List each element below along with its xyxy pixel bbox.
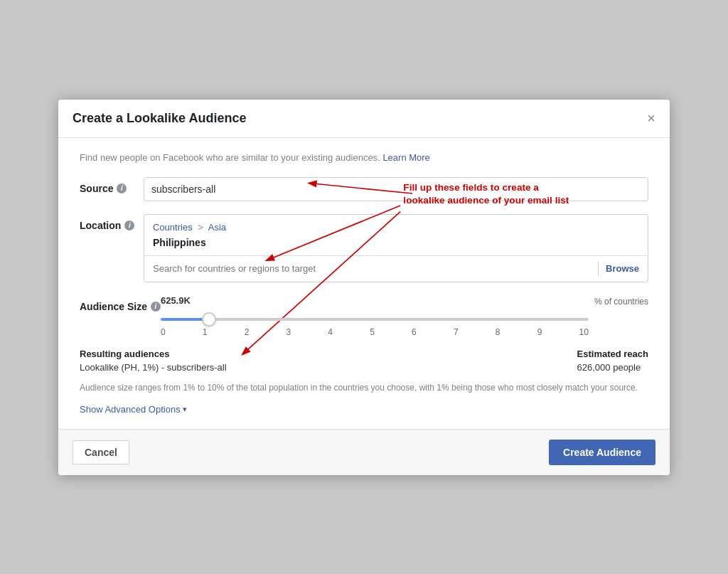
resulting-audiences-heading: Resulting audiences xyxy=(80,349,227,359)
location-label: Location i xyxy=(80,214,144,231)
source-info-icon[interactable]: i xyxy=(117,184,127,193)
cancel-button[interactable]: Cancel xyxy=(73,440,129,464)
resulting-audiences-block: Resulting audiences Lookalike (PH, 1%) -… xyxy=(80,349,227,373)
close-button[interactable]: × xyxy=(647,111,655,125)
slider-value: 625.9K xyxy=(161,295,589,306)
audience-note: Audience size ranges from 1% to 10% of t… xyxy=(80,381,648,394)
learn-more-link[interactable]: Learn More xyxy=(382,152,429,163)
location-search-input[interactable] xyxy=(153,263,598,274)
chevron-down-icon: ▾ xyxy=(183,405,187,414)
modal-body: Find new people on Facebook who are simi… xyxy=(58,138,670,429)
location-breadcrumb: Countries > Asia xyxy=(144,215,648,233)
slider-wrapper xyxy=(161,312,589,323)
modal-title: Create a Lookalike Audience xyxy=(73,111,246,126)
breadcrumb-countries-link[interactable]: Countries xyxy=(153,222,193,233)
slider-labels: 0 1 2 3 4 5 6 7 8 9 10 xyxy=(161,327,589,337)
audience-size-slider[interactable] xyxy=(161,318,589,321)
browse-divider xyxy=(598,262,599,276)
create-audience-button[interactable]: Create Audience xyxy=(549,440,655,465)
description-text: Find new people on Facebook who are simi… xyxy=(80,152,648,163)
modal-footer: Cancel Create Audience xyxy=(58,429,670,475)
location-info-icon[interactable]: i xyxy=(124,220,134,230)
breadcrumb-asia: Asia xyxy=(208,222,226,233)
show-advanced-link[interactable]: Show Advanced Options ▾ xyxy=(80,404,648,415)
source-input[interactable] xyxy=(144,177,648,201)
modal-header: Create a Lookalike Audience × xyxy=(58,100,670,138)
selected-country: Philippines xyxy=(144,233,648,255)
estimated-reach-heading: Estimated reach xyxy=(577,349,648,359)
breadcrumb-separator: > xyxy=(198,222,203,233)
source-label: Source i xyxy=(80,177,144,194)
location-search-row: Browse xyxy=(144,256,648,282)
modal: Fill up these fields to create a lookali… xyxy=(58,100,670,475)
results-row: Resulting audiences Lookalike (PH, 1%) -… xyxy=(80,349,648,373)
resulting-audiences-value: Lookalike (PH, 1%) - subscribers-all xyxy=(80,362,227,373)
modal-overlay: Fill up these fields to create a lookali… xyxy=(0,0,728,574)
browse-button[interactable]: Browse xyxy=(606,263,639,274)
estimated-reach-value: 626,000 people xyxy=(577,362,648,373)
source-field xyxy=(144,177,648,201)
location-row: Location i Countries > Asia Philippines xyxy=(80,214,648,282)
audience-size-info-icon[interactable]: i xyxy=(151,302,161,312)
audience-size-label: Audience Size i xyxy=(80,295,161,312)
location-field: Countries > Asia Philippines Browse xyxy=(144,214,648,282)
slider-container: 625.9K 0 1 2 3 4 5 6 7 8 9 xyxy=(161,295,589,337)
audience-size-row: Audience Size i 625.9K 0 1 2 3 4 5 xyxy=(80,295,648,337)
location-box: Countries > Asia Philippines Browse xyxy=(144,214,648,282)
slider-percent-label: % of countries xyxy=(594,295,648,307)
source-row: Source i xyxy=(80,177,648,201)
estimated-reach-block: Estimated reach 626,000 people xyxy=(577,349,648,373)
